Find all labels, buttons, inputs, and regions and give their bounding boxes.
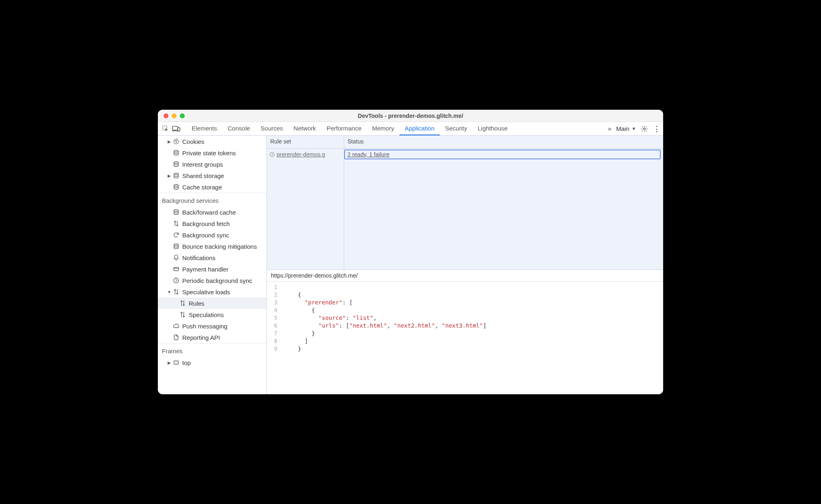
svg-point-8 [174,150,179,152]
tab-performance[interactable]: Performance [321,122,367,135]
tab-lighthouse[interactable]: Lighthouse [472,122,513,135]
section-bg-services: Background services [158,193,266,206]
updown-icon [172,220,180,227]
device-icon[interactable] [172,124,181,133]
sidebar-item-background-sync[interactable]: Background sync [158,229,266,241]
updown-icon [179,300,186,307]
code-viewer[interactable]: 123456789 { "prerender": [ { "source": "… [267,282,663,394]
sidebar-item-label: Speculations [189,311,224,318]
sidebar-item-label: top [182,359,191,366]
cell-rule-set[interactable]: prerender-demos.g [267,151,344,158]
main-panel: Rule set Status prerender-demos.g 2 read… [267,136,663,394]
sidebar-item-interest-groups[interactable]: Interest groups [158,159,266,170]
disclosure-arrow-icon[interactable]: ▶ [167,139,172,144]
titlebar: DevTools - prerender-demos.glitch.me/ [158,110,663,122]
cell-status[interactable]: 2 ready, 1 failure [344,150,661,159]
svg-point-11 [174,185,179,186]
bell-icon [172,254,180,261]
zoom-icon[interactable] [180,113,185,118]
more-tabs-icon[interactable]: » [608,125,611,133]
sidebar-item-label: Shared storage [182,172,224,179]
tab-sources[interactable]: Sources [255,122,288,135]
sidebar-item-label: Speculative loads [182,289,230,295]
clock-icon [172,277,180,284]
cookie-icon [172,138,180,145]
sidebar-item-payment-handler[interactable]: Payment handler [158,263,266,275]
db-icon [172,243,180,250]
tab-console[interactable]: Console [223,122,255,135]
rect-icon [172,359,180,366]
tab-application[interactable]: Application [400,122,440,135]
sidebar-item-speculative-loads[interactable]: ▼Speculative loads [158,286,266,298]
sidebar-item-speculations[interactable]: Speculations [158,309,266,320]
sidebar-item-shared-storage[interactable]: ▶Shared storage [158,170,266,181]
sidebar-item-label: Bounce tracking mitigations [182,243,257,250]
frame-selector-label: Main [616,125,630,132]
grid-empty [267,160,663,270]
svg-rect-16 [174,361,179,364]
sidebar-item-periodic-background-sync[interactable]: Periodic background sync [158,275,266,286]
svg-point-7 [176,142,177,142]
db-icon [172,161,180,168]
sidebar-item-label: Push messaging [182,323,227,330]
minimize-icon[interactable] [172,113,177,118]
detail-url: https://prerender-demos.glitch.me/ [267,270,663,282]
tab-security[interactable]: Security [440,122,472,135]
sidebar-item-label: Cookies [182,138,204,145]
file-icon [172,334,180,341]
db-icon [172,183,180,191]
sidebar-item-cookies[interactable]: ▶Cookies [158,136,266,147]
sidebar-item-label: Notifications [182,254,216,261]
sidebar-item-back-forward-cache[interactable]: Back/forward cache [158,206,266,218]
sidebar-item-label: Back/forward cache [182,209,236,216]
svg-point-3 [644,128,646,130]
sidebar-item-push-messaging[interactable]: Push messaging [158,320,266,332]
chevron-down-icon: ▼ [632,126,636,131]
tab-network[interactable]: Network [288,122,321,135]
sidebar-item-reporting-api[interactable]: Reporting API [158,332,266,343]
updown-icon [179,311,186,318]
disclosure-arrow-icon[interactable]: ▶ [167,174,172,178]
settings-icon[interactable] [641,125,648,133]
svg-rect-2 [178,128,180,131]
kebab-menu-icon[interactable]: ⋮ [653,124,660,133]
toolbar: ElementsConsoleSourcesNetworkPerformance… [158,122,663,136]
devtools-window: DevTools - prerender-demos.glitch.me/ El… [158,110,663,394]
sidebar-item-cache-storage[interactable]: Cache storage [158,181,266,193]
inspect-icon[interactable] [161,124,170,133]
frame-selector[interactable]: Main ▼ [616,125,636,132]
tab-elements[interactable]: Elements [186,122,223,135]
svg-point-4 [174,139,179,144]
sidebar-item-background-fetch[interactable]: Background fetch [158,218,266,229]
sidebar-item-bounce-tracking-mitigations[interactable]: Bounce tracking mitigations [158,241,266,252]
line-gutter: 123456789 [267,283,282,393]
sidebar-item-notifications[interactable]: Notifications [158,252,266,263]
sidebar-item-label: Payment handler [182,266,228,273]
grid-header: Rule set Status [267,136,663,149]
sidebar-item-rules[interactable]: Rules [158,298,266,309]
svg-rect-14 [174,267,179,271]
close-icon[interactable] [164,113,168,118]
sidebar-item-private-state-tokens[interactable]: Private state tokens [158,147,266,159]
sidebar-item-label: Background fetch [182,220,230,227]
db-icon [172,149,180,156]
sidebar-item-top[interactable]: ▶top [158,357,266,368]
status-link[interactable]: 2 ready, 1 failure [347,151,389,158]
rule-link[interactable]: prerender-demos.g [277,151,325,158]
tab-memory[interactable]: Memory [367,122,400,135]
svg-point-9 [174,162,179,163]
section-frames: Frames [158,343,266,357]
cloud-icon [172,322,180,330]
grid-row[interactable]: prerender-demos.g 2 ready, 1 failure [267,149,663,160]
svg-point-13 [174,244,179,245]
sidebar-item-label: Reporting API [182,334,220,341]
clock-icon [269,152,275,157]
disclosure-arrow-icon[interactable]: ▼ [167,290,172,294]
sidebar-item-label: Private state tokens [182,150,236,156]
window-title: DevTools - prerender-demos.glitch.me/ [158,113,663,119]
sync-icon [172,231,180,239]
disclosure-arrow-icon[interactable]: ▶ [167,361,172,365]
col-status[interactable]: Status [344,136,663,148]
window-controls [158,113,185,118]
col-rule-set[interactable]: Rule set [267,136,344,148]
